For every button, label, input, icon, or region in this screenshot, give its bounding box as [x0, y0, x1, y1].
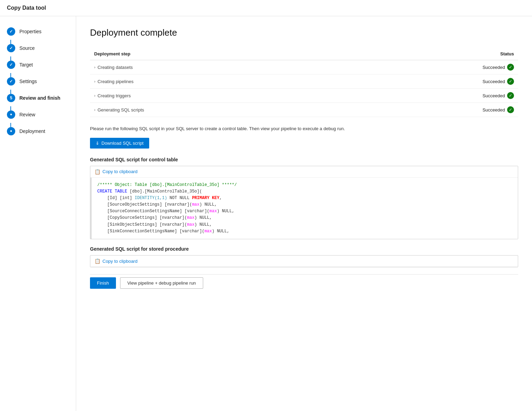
copy-clipboard-label-2: Copy to clipboard	[102, 259, 137, 264]
control-table-section-title: Generated SQL script for control table	[90, 157, 518, 162]
step-circle-settings: ✓	[7, 77, 15, 86]
sidebar: ✓ Properties ✓ Source ✓ Target ✓ Setting…	[0, 16, 76, 411]
step-circle-source: ✓	[7, 44, 15, 52]
page-title: Deployment complete	[90, 27, 518, 38]
success-icon: ✓	[507, 92, 514, 99]
chevron-icon: ›	[94, 65, 96, 69]
status-text: Succeeded	[483, 65, 505, 70]
sidebar-item-review[interactable]: • Review	[0, 106, 76, 123]
col-deployment-step: Deployment step	[90, 48, 344, 60]
code-line-8: [SinkConnectionSettingsName] [varchar](m…	[97, 228, 512, 235]
code-line-5: [SourceConnectionSettingsName] [varchar]…	[97, 208, 512, 215]
layout: ✓ Properties ✓ Source ✓ Target ✓ Setting…	[0, 16, 532, 411]
step-cell[interactable]: ›Creating triggers	[90, 89, 344, 103]
step-circle-properties: ✓	[7, 27, 15, 36]
chevron-icon: ›	[94, 79, 96, 83]
sidebar-label-source: Source	[19, 45, 35, 51]
status-cell: Succeeded✓	[344, 74, 518, 89]
view-pipeline-button[interactable]: View pipeline + debug pipeline run	[120, 277, 203, 289]
sidebar-item-review-and-finish[interactable]: 5 Review and finish	[0, 90, 76, 106]
status-text: Succeeded	[483, 93, 505, 98]
copy-clipboard-stored-proc[interactable]: 📋 Copy to clipboard	[90, 256, 518, 267]
code-line-6: [CopySourceSettings] [nvarchar](max) NUL…	[97, 215, 512, 221]
sidebar-item-deployment[interactable]: • Deployment	[0, 123, 76, 140]
sidebar-label-properties: Properties	[19, 29, 42, 34]
table-row: ›Creating pipelinesSucceeded✓	[90, 74, 518, 89]
step-circle-review: •	[7, 110, 15, 119]
deployment-table: Deployment step Status ›Creating dataset…	[90, 48, 518, 117]
sidebar-label-review: Review	[19, 112, 35, 117]
table-row: ›Generating SQL scriptsSucceeded✓	[90, 103, 518, 117]
clipboard-icon-2: 📋	[94, 258, 100, 264]
step-cell[interactable]: ›Creating datasets	[90, 60, 344, 74]
main-content: Deployment complete Deployment step Stat…	[76, 16, 532, 411]
app-title: Copy Data tool	[7, 5, 46, 11]
copy-clipboard-control-table[interactable]: 📋 Copy to clipboard	[90, 166, 518, 178]
sidebar-label-deployment: Deployment	[19, 128, 45, 134]
app-header: Copy Data tool	[0, 0, 532, 16]
success-icon: ✓	[507, 78, 514, 85]
status-cell: Succeeded✓	[344, 60, 518, 74]
step-circle-review-and-finish: 5	[7, 94, 15, 102]
sidebar-label-settings: Settings	[19, 79, 37, 84]
sidebar-label-target: Target	[19, 62, 33, 68]
col-status: Status	[344, 48, 518, 60]
step-cell[interactable]: ›Generating SQL scripts	[90, 103, 344, 117]
control-table-code-container: 📋 Copy to clipboard /***** Object: Table…	[90, 166, 518, 240]
code-line-4: [SourceObjectSettings] [nvarchar](max) N…	[97, 201, 512, 208]
download-icon: ⇓	[96, 141, 99, 146]
sidebar-item-source[interactable]: ✓ Source	[0, 40, 76, 56]
success-icon: ✓	[507, 106, 514, 113]
chevron-icon: ›	[94, 93, 96, 98]
clipboard-icon: 📋	[94, 169, 100, 174]
status-cell: Succeeded✓	[344, 89, 518, 103]
status-text: Succeeded	[483, 107, 505, 113]
success-icon: ✓	[507, 64, 514, 71]
download-sql-button[interactable]: ⇓ Download SQL script	[90, 138, 149, 149]
status-text: Succeeded	[483, 79, 505, 84]
code-line-1: /***** Object: Table [dbo].[MainControlT…	[97, 182, 512, 188]
table-row: ›Creating triggersSucceeded✓	[90, 89, 518, 103]
sidebar-item-settings[interactable]: ✓ Settings	[0, 73, 76, 90]
footer-buttons: Finish View pipeline + debug pipeline ru…	[90, 274, 518, 289]
code-area-control-table: /***** Object: Table [dbo].[MainControlT…	[90, 178, 518, 239]
sidebar-item-properties[interactable]: ✓ Properties	[0, 23, 76, 40]
code-line-3: [Id] [int] IDENTITY(1,1) NOT NULL PRIMAR…	[97, 195, 512, 201]
copy-clipboard-label: Copy to clipboard	[102, 169, 137, 174]
code-line-2: CREATE TABLE [dbo].[MainControlTable_35o…	[97, 188, 512, 195]
download-btn-label: Download SQL script	[101, 141, 144, 146]
status-cell: Succeeded✓	[344, 103, 518, 117]
table-row: ›Creating datasetsSucceeded✓	[90, 60, 518, 74]
info-text: Please run the following SQL script in y…	[90, 125, 518, 132]
step-circle-target: ✓	[7, 61, 15, 69]
step-cell[interactable]: ›Creating pipelines	[90, 74, 344, 89]
sidebar-label-review-and-finish: Review and finish	[19, 95, 60, 101]
code-line-7: [SinkObjectSettings] [nvarchar](max) NUL…	[97, 222, 512, 228]
stored-proc-section-title: Generated SQL script for stored procedur…	[90, 246, 518, 252]
stored-proc-code-container: 📋 Copy to clipboard	[90, 255, 518, 267]
chevron-icon: ›	[94, 108, 96, 112]
sidebar-item-target[interactable]: ✓ Target	[0, 56, 76, 73]
step-circle-deployment: •	[7, 127, 15, 135]
finish-button[interactable]: Finish	[90, 277, 116, 289]
